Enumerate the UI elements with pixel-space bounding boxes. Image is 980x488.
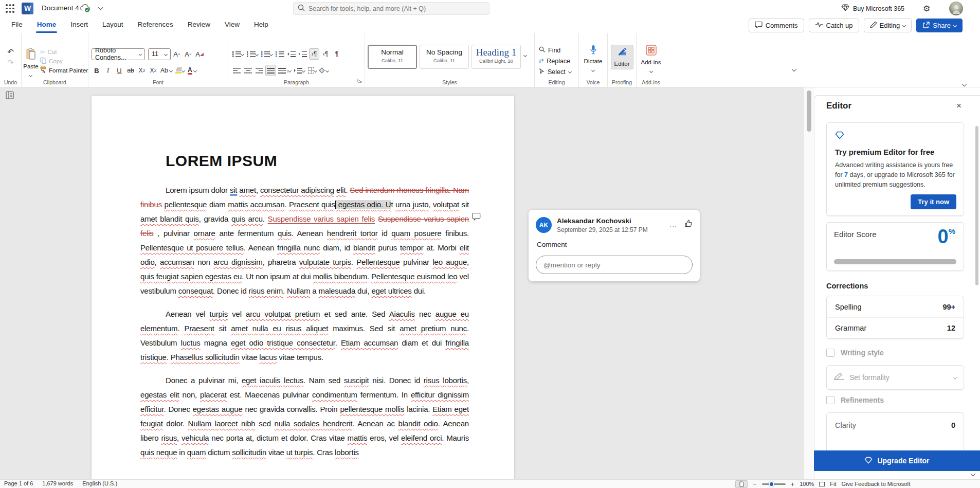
select-button[interactable]: Select — [535, 66, 578, 77]
feedback-link[interactable]: Give Feedback to Microsoft — [842, 481, 911, 487]
paragraph-spacing-button[interactable] — [293, 65, 306, 76]
upgrade-editor-button[interactable]: Upgrade Editor — [814, 450, 980, 471]
show-paragraph-marks-button[interactable]: ¶ — [332, 48, 342, 60]
fit-label[interactable]: Fit — [830, 481, 836, 487]
borders-button[interactable] — [307, 65, 318, 76]
search-input[interactable] — [308, 5, 485, 12]
shrink-font-button[interactable]: A˅ — [183, 48, 193, 60]
italic-button[interactable]: I — [103, 65, 113, 76]
redo-button[interactable]: ↷ — [0, 58, 21, 67]
replace-button[interactable]: ⇄ Replace — [535, 56, 578, 66]
document-page[interactable]: LOREM IPSUM Lorem ipsum dolor sit amet, … — [92, 96, 514, 479]
zoom-in-button[interactable]: + — [791, 480, 795, 488]
tab-file[interactable]: File — [4, 17, 30, 33]
tab-insert[interactable]: Insert — [63, 17, 95, 33]
bullet-list-button[interactable] — [231, 48, 245, 60]
subscript-button[interactable]: X2 — [137, 65, 147, 76]
styles-gallery-chevron[interactable] — [523, 53, 527, 57]
add-ins-button[interactable]: Add-ins — [637, 45, 665, 75]
underline-button[interactable]: U — [114, 65, 124, 76]
document-body[interactable]: Lorem ipsum dolor sit amet, consectetur … — [140, 183, 469, 460]
tab-references[interactable]: References — [131, 17, 180, 33]
bold-button[interactable]: B — [92, 65, 102, 76]
font-color-button[interactable]: A — [187, 65, 197, 76]
left-to-right-button[interactable]: ›¶ — [309, 48, 319, 60]
document-scrollbar-thumb[interactable] — [807, 91, 811, 132]
align-left-button[interactable] — [231, 65, 242, 76]
editor-button[interactable]: Editor — [611, 45, 633, 69]
document-heading[interactable]: LOREM IPSUM — [140, 152, 469, 170]
increase-indent-button[interactable] — [298, 48, 308, 60]
zoom-slider-thumb[interactable] — [769, 481, 774, 487]
tab-review[interactable]: Review — [180, 17, 217, 33]
buy-microsoft-365-link[interactable]: Buy Microsoft 365 — [841, 4, 904, 13]
font-name-select[interactable]: Roboto Condens... — [92, 48, 145, 60]
clear-formatting-button[interactable]: A◢ — [194, 48, 205, 60]
change-case-button[interactable]: Ab — [159, 65, 173, 76]
cloud-saved-icon[interactable] — [80, 4, 91, 15]
paragraph[interactable]: Lorem ipsum dolor sit amet, consectetur … — [140, 183, 469, 298]
document-title[interactable]: Document 4 — [42, 4, 79, 12]
grow-font-button[interactable]: A˄ — [172, 48, 182, 60]
zoom-level[interactable]: 100% — [800, 481, 814, 487]
strikethrough-button[interactable]: ab — [125, 65, 136, 76]
font-size-select[interactable]: 11 — [148, 48, 171, 60]
copy-button[interactable]: Copy — [40, 57, 88, 65]
set-formality-dropdown[interactable]: Set formality — [826, 365, 964, 390]
zoom-slider[interactable] — [762, 483, 786, 485]
cut-button[interactable]: ✂ Cut — [40, 48, 88, 56]
panel-scrollbar-thumb[interactable] — [975, 126, 978, 285]
close-icon[interactable]: × — [956, 101, 961, 111]
multilevel-list-button[interactable] — [260, 48, 274, 60]
document-title-chevron-icon[interactable] — [98, 5, 103, 10]
language-indicator[interactable]: English (U.S.) — [82, 480, 117, 486]
spelling-row[interactable]: Spelling 99+ — [827, 296, 964, 317]
refinements-checkbox[interactable] — [826, 396, 834, 404]
find-button[interactable]: Find — [535, 45, 578, 56]
tab-help[interactable]: Help — [247, 17, 276, 33]
grammar-row[interactable]: Grammar 12 — [827, 317, 964, 338]
tab-view[interactable]: View — [217, 17, 247, 33]
style-heading-1[interactable]: Heading 1 Calibri Light, 20 — [471, 45, 521, 69]
search-bar[interactable] — [293, 2, 489, 15]
zoom-out-button[interactable]: − — [753, 480, 757, 488]
comment-text[interactable]: Comment — [537, 241, 693, 248]
catch-up-button[interactable]: Catch up — [809, 19, 859, 32]
right-to-left-button[interactable]: ‹¶ — [320, 48, 331, 60]
undo-button[interactable]: ↶ — [0, 47, 21, 57]
page-indicator[interactable]: Page 1 of 6 — [4, 480, 33, 486]
margin-comment-icon[interactable] — [472, 212, 481, 223]
page-view-button[interactable] — [735, 480, 748, 488]
paragraph[interactable]: Donec a pulvinar mi, eget iaculis lectus… — [140, 373, 469, 460]
share-button[interactable]: Share — [916, 19, 963, 32]
comment-reply-input[interactable] — [543, 261, 685, 269]
navigation-pane-toggle[interactable] — [4, 89, 15, 101]
fit-icon[interactable] — [819, 482, 825, 486]
align-right-button[interactable] — [254, 65, 264, 76]
panel-top-chevron[interactable] — [962, 82, 967, 87]
word-count[interactable]: 1,679 words — [42, 480, 73, 486]
paragraph-dialog-launcher[interactable] — [357, 76, 362, 85]
writing-style-checkbox[interactable] — [826, 349, 834, 357]
word-logo-icon[interactable]: W — [22, 3, 33, 14]
checklist-button[interactable] — [275, 48, 285, 60]
account-avatar[interactable] — [949, 2, 963, 15]
clarity-row[interactable]: Clarity 0 — [827, 413, 964, 438]
paragraph[interactable]: Aenean vel turpis vel arcu volutpat pret… — [140, 307, 469, 365]
try-it-now-button[interactable]: Try it now — [911, 194, 956, 209]
superscript-button[interactable]: X2 — [148, 65, 158, 76]
comments-button[interactable]: Comments — [749, 19, 804, 32]
editing-mode-button[interactable]: Editing — [864, 19, 912, 32]
tab-layout[interactable]: Layout — [95, 17, 131, 33]
tab-home[interactable]: Home — [30, 17, 64, 33]
comment-reply-box[interactable] — [536, 256, 693, 274]
decrease-indent-button[interactable] — [286, 48, 297, 60]
dictate-button[interactable]: Dictate — [579, 45, 607, 74]
line-spacing-button[interactable]: ↕ — [277, 65, 292, 76]
document-scrollbar[interactable] — [804, 87, 814, 479]
justify-button[interactable] — [265, 65, 276, 76]
text-highlight-button[interactable] — [174, 65, 186, 76]
align-center-button[interactable] — [243, 65, 253, 76]
numbered-list-button[interactable] — [246, 48, 259, 60]
app-launcher-icon[interactable] — [5, 4, 15, 13]
